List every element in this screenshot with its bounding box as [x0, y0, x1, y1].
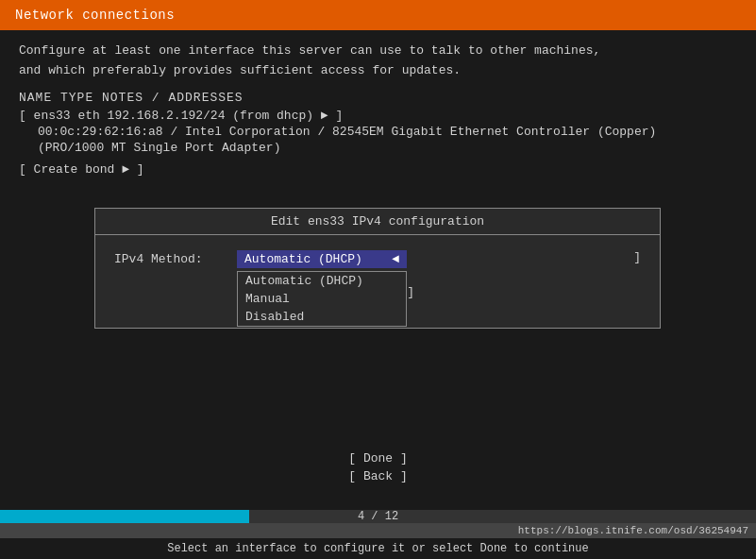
done-button[interactable]: [ Done ]: [348, 451, 407, 466]
header-title: Network connections: [15, 8, 175, 23]
interface-detail-2: (PRO/1000 MT Single Port Adapter): [38, 141, 737, 155]
interface-detail-1: 00:0c:29:62:16:a8 / Intel Corporation / …: [38, 125, 737, 139]
form-row-ipv4: IPv4 Method: Automatic (DHCP) ◄ Automati…: [114, 250, 641, 268]
dropdown-list: Automatic (DHCP) Manual Disabled: [237, 271, 407, 327]
dropdown-item-dhcp[interactable]: Automatic (DHCP): [238, 272, 406, 290]
progress-text: 4 / 12: [358, 510, 398, 523]
create-bond-button[interactable]: [ Create bond ► ]: [19, 162, 737, 177]
info-text-1: Configure at least one interface this se…: [19, 42, 737, 81]
url-bar: https://blogs.itnife.com/osd/36254947: [0, 523, 756, 538]
main-content: Configure at least one interface this se…: [0, 30, 756, 203]
modal-body: IPv4 Method: Automatic (DHCP) ◄ Automati…: [95, 235, 660, 328]
dropdown-arrow-icon: ◄: [392, 252, 399, 266]
dropdown-item-manual[interactable]: Manual: [238, 290, 406, 308]
progress-area: 4 / 12: [0, 510, 756, 523]
modal-dialog: Edit ens33 IPv4 configuration IPv4 Metho…: [94, 208, 661, 329]
status-text: Select an interface to configure it or s…: [0, 542, 756, 555]
bottom-buttons: [ Done ] [ Back ]: [0, 451, 756, 483]
header-bar: Network connections: [0, 0, 756, 30]
ok-bracket: ]: [633, 250, 641, 264]
modal-title: Edit ens33 IPv4 configuration: [95, 209, 660, 235]
progress-fill: [0, 510, 249, 523]
dropdown-selected-text: Automatic (DHCP): [244, 252, 362, 266]
dropdown-selected-value[interactable]: Automatic (DHCP) ◄: [237, 250, 407, 268]
table-header: NAME TYPE NOTES / ADDRESSES: [19, 91, 737, 105]
interface-row[interactable]: [ ens33 eth 192.168.2.192/24 (from dhcp)…: [19, 109, 737, 123]
ipv4-method-label: IPv4 Method:: [114, 250, 237, 266]
dropdown-item-disabled[interactable]: Disabled: [238, 308, 406, 326]
back-button[interactable]: [ Back ]: [348, 469, 407, 483]
ipv4-method-dropdown[interactable]: Automatic (DHCP) ◄ Automatic (DHCP) Manu…: [237, 250, 407, 268]
